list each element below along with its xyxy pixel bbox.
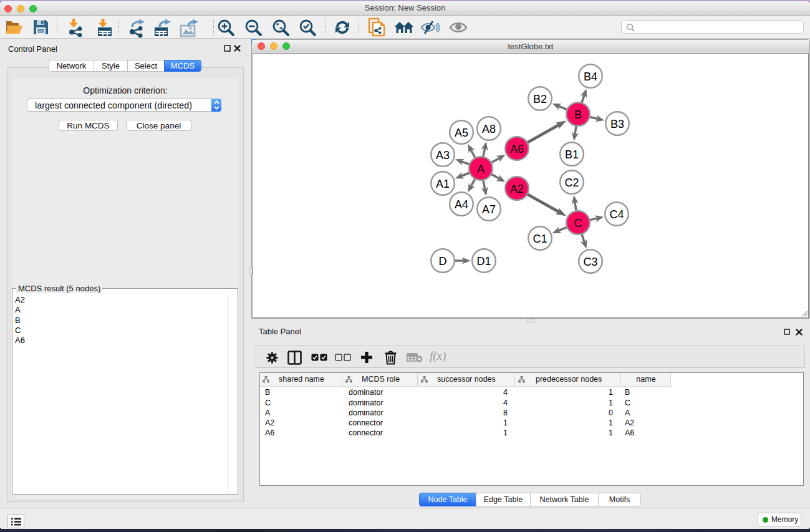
svg-text:A2: A2 bbox=[510, 183, 524, 195]
svg-text:B1: B1 bbox=[565, 148, 579, 161]
svg-text:D1: D1 bbox=[476, 255, 491, 268]
svg-text:A: A bbox=[477, 163, 485, 175]
svg-text:C2: C2 bbox=[564, 177, 579, 189]
svg-text:A3: A3 bbox=[436, 149, 450, 162]
svg-text:B3: B3 bbox=[610, 118, 624, 130]
svg-text:A6: A6 bbox=[510, 143, 524, 155]
svg-text:C4: C4 bbox=[609, 208, 624, 221]
svg-text:C: C bbox=[574, 217, 582, 230]
svg-text:A1: A1 bbox=[436, 178, 450, 190]
svg-text:D: D bbox=[439, 255, 447, 268]
svg-text:A4: A4 bbox=[455, 198, 468, 211]
svg-text:B2: B2 bbox=[533, 93, 547, 105]
svg-text:A7: A7 bbox=[482, 203, 496, 216]
svg-text:C1: C1 bbox=[533, 233, 547, 245]
svg-text:A5: A5 bbox=[455, 127, 468, 139]
svg-text:B: B bbox=[574, 109, 582, 121]
svg-text:C3: C3 bbox=[583, 256, 597, 268]
svg-text:A8: A8 bbox=[482, 123, 496, 135]
svg-text:B4: B4 bbox=[584, 70, 597, 83]
